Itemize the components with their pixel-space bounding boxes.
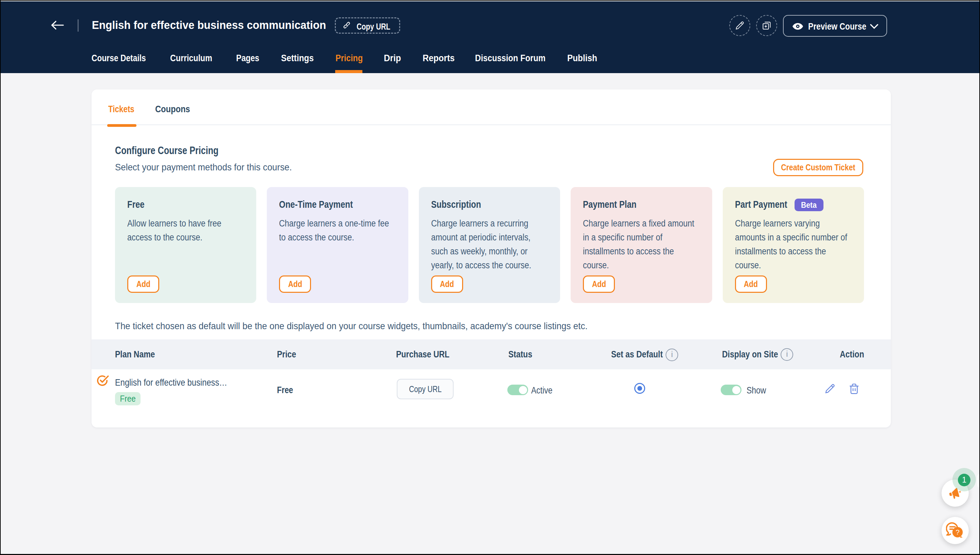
svg-text:?: ? xyxy=(956,528,959,536)
